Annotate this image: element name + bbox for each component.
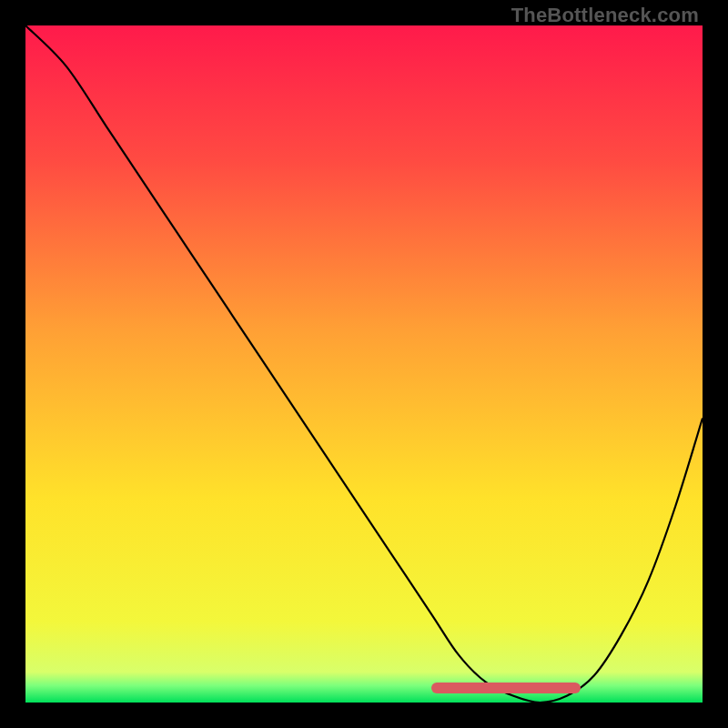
- plot-area: [25, 25, 703, 703]
- bottleneck-curve: [25, 25, 703, 703]
- curve-svg: [25, 25, 703, 703]
- chart-container: TheBottleneck.com: [0, 0, 728, 728]
- watermark-text: TheBottleneck.com: [511, 4, 699, 27]
- trough-marker: [431, 682, 581, 693]
